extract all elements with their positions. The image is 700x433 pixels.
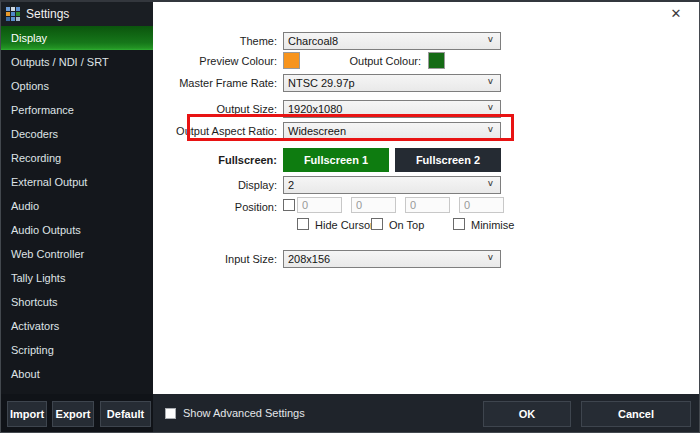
export-button[interactable]: Export <box>52 401 94 427</box>
display-value: 2 <box>288 177 294 193</box>
theme-value: Charcoal8 <box>288 33 338 49</box>
chevron-down-icon: ∨ <box>487 253 494 262</box>
input-size-value: 208x156 <box>288 251 330 267</box>
sidebar-item-external-output[interactable]: External Output <box>1 170 153 194</box>
master-frame-rate-select[interactable]: NTSC 29.97p ∨ <box>283 74 501 92</box>
on-top-checkbox[interactable] <box>371 218 383 230</box>
titlebar: Settings <box>1 2 153 26</box>
sidebar-item-shortcuts[interactable]: Shortcuts <box>1 290 153 314</box>
master-frame-rate-value: NTSC 29.97p <box>288 75 355 91</box>
sidebar-item-decoders[interactable]: Decoders <box>1 122 153 146</box>
window-title: Settings <box>26 7 69 21</box>
highlight-annotation <box>187 114 514 141</box>
sidebar-item-display[interactable]: Display <box>1 26 153 50</box>
chevron-down-icon: ∨ <box>487 35 494 44</box>
preview-colour-swatch[interactable] <box>283 52 300 69</box>
app-grid-icon <box>6 7 20 21</box>
sidebar-item-web-controller[interactable]: Web Controller <box>1 242 153 266</box>
input-size-select[interactable]: 208x156 ∨ <box>283 250 501 268</box>
hide-cursor-label: Hide Cursor <box>315 218 374 232</box>
output-colour-label: Output Colour: <box>303 54 421 68</box>
cancel-button[interactable]: Cancel <box>581 401 691 427</box>
theme-label: Theme: <box>153 34 277 48</box>
default-button[interactable]: Default <box>100 401 151 427</box>
output-colour-swatch[interactable] <box>428 52 445 69</box>
display-select[interactable]: 2 ∨ <box>283 176 501 194</box>
minimise-checkbox[interactable] <box>453 218 465 230</box>
sidebar-item-activators[interactable]: Activators <box>1 314 153 338</box>
position-width-field <box>405 197 450 213</box>
chevron-down-icon: ∨ <box>487 179 494 188</box>
settings-nav: Display Outputs / NDI / SRT Options Perf… <box>1 26 153 394</box>
fullscreen-1-button[interactable]: Fullscreen 1 <box>283 148 389 172</box>
titlebar-right: ✕ <box>153 2 699 26</box>
position-y-field <box>351 197 396 213</box>
close-icon[interactable]: ✕ <box>667 5 685 23</box>
preview-colour-label: Preview Colour: <box>153 54 277 68</box>
dialog-footer: Show Advanced Settings OK Cancel <box>153 394 700 433</box>
sidebar-item-audio[interactable]: Audio <box>1 194 153 218</box>
master-frame-rate-label: Master Frame Rate: <box>153 76 277 90</box>
import-button[interactable]: Import <box>7 401 47 427</box>
position-label: Position: <box>153 200 277 214</box>
input-size-label: Input Size: <box>153 252 277 266</box>
position-x-field <box>297 197 342 213</box>
show-advanced-label: Show Advanced Settings <box>183 407 305 419</box>
hide-cursor-checkbox[interactable] <box>297 218 309 230</box>
position-checkbox[interactable] <box>283 199 295 211</box>
chevron-down-icon: ∨ <box>487 77 494 86</box>
position-height-field <box>459 197 504 213</box>
settings-window: Settings ✕ Display Outputs / NDI / SRT O… <box>0 0 700 433</box>
sidebar-item-scripting[interactable]: Scripting <box>1 338 153 362</box>
on-top-label: On Top <box>389 218 424 232</box>
sidebar-item-performance[interactable]: Performance <box>1 98 153 122</box>
sidebar-item-audio-outputs[interactable]: Audio Outputs <box>1 218 153 242</box>
sidebar-item-about[interactable]: About <box>1 362 153 386</box>
sidebar-item-outputs-ndi-srt[interactable]: Outputs / NDI / SRT <box>1 50 153 74</box>
chevron-down-icon: ∨ <box>487 103 494 112</box>
sidebar-footer: Import Export Default <box>1 394 153 433</box>
display-label: Display: <box>153 178 277 192</box>
fullscreen-2-button[interactable]: Fullscreen 2 <box>395 148 501 172</box>
ok-button[interactable]: OK <box>483 401 571 427</box>
fullscreen-label: Fullscreen: <box>153 153 277 167</box>
sidebar-item-options[interactable]: Options <box>1 74 153 98</box>
display-settings-panel: Theme: Charcoal8 ∨ Preview Colour: Outpu… <box>153 26 700 394</box>
sidebar-item-tally-lights[interactable]: Tally Lights <box>1 266 153 290</box>
sidebar-item-recording[interactable]: Recording <box>1 146 153 170</box>
minimise-label: Minimise <box>471 218 514 232</box>
theme-select[interactable]: Charcoal8 ∨ <box>283 32 501 50</box>
show-advanced-checkbox[interactable] <box>165 408 176 419</box>
